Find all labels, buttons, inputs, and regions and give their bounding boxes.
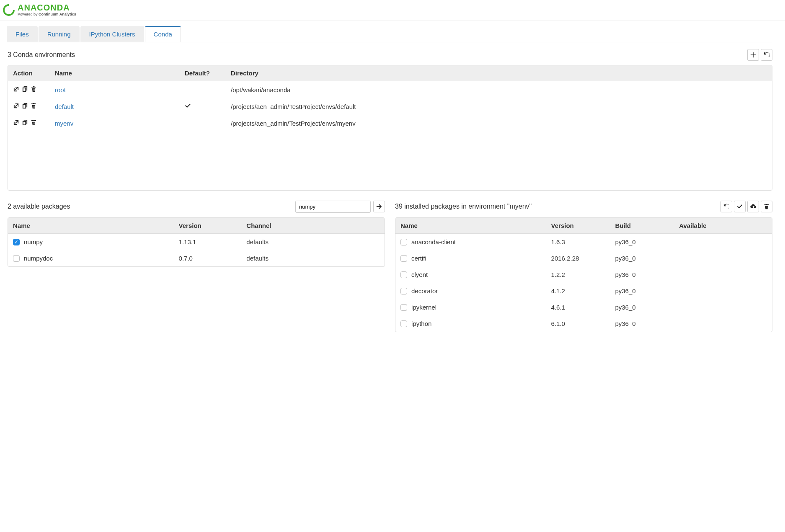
logo-title: ANACONDA — [18, 3, 76, 12]
th-inst-available: Available — [674, 218, 772, 234]
delete-package-button[interactable] — [761, 201, 772, 212]
directory-cell: /projects/aen_admin/TestProject/envs/def… — [226, 98, 772, 115]
package-build: py36_0 — [610, 266, 674, 283]
arrow-right-icon — [376, 204, 382, 209]
anaconda-logo: ANACONDA Powered by Continuum Analytics — [3, 3, 781, 16]
package-checkbox[interactable] — [400, 239, 407, 245]
check-icon — [737, 204, 743, 209]
package-version: 4.6.1 — [546, 299, 610, 315]
trash-icon — [31, 103, 37, 109]
package-name: ipython — [411, 320, 431, 327]
external-link-icon — [13, 103, 19, 109]
package-checkbox[interactable] — [400, 288, 407, 294]
clone-icon — [22, 103, 28, 109]
th-action: Action — [8, 65, 50, 81]
th-pkg-channel: Channel — [241, 218, 385, 234]
tab-running[interactable]: Running — [39, 26, 80, 42]
th-directory: Directory — [226, 65, 772, 81]
tab-ipython-clusters[interactable]: IPython Clusters — [80, 26, 144, 42]
package-name: numpy — [24, 238, 43, 245]
package-checkbox[interactable] — [400, 271, 407, 278]
logo-subtitle: Powered by Continuum Analytics — [18, 13, 76, 16]
add-env-button[interactable] — [747, 49, 759, 61]
svg-point-0 — [4, 5, 14, 15]
external-link-icon — [13, 119, 19, 126]
clone-env-button[interactable] — [22, 86, 28, 93]
clone-icon — [22, 119, 28, 126]
package-checkbox[interactable] — [400, 304, 407, 311]
package-build: py36_0 — [610, 299, 674, 315]
env-table-panel: Action Name Default? Directory root/opt/… — [8, 65, 772, 191]
package-version: 1.13.1 — [174, 234, 242, 251]
clone-env-button[interactable] — [22, 103, 28, 110]
package-build: py36_0 — [610, 234, 674, 251]
check-icon — [185, 103, 191, 109]
tab-conda[interactable]: Conda — [145, 26, 181, 42]
package-checkbox[interactable] — [400, 255, 407, 262]
package-build: py36_0 — [610, 283, 674, 299]
package-channel: defaults — [241, 250, 385, 266]
installed-table: Name Version Build Available anaconda-cl… — [395, 218, 772, 332]
installed-title: 39 installed packages in environment "my… — [395, 203, 532, 210]
open-env-button[interactable] — [13, 119, 19, 127]
check-updates-button[interactable] — [734, 201, 746, 212]
env-name-link[interactable]: root — [55, 86, 66, 93]
refresh-installed-button[interactable] — [720, 201, 732, 212]
delete-env-button[interactable] — [31, 86, 37, 93]
package-version: 4.1.2 — [546, 283, 610, 299]
header: ANACONDA Powered by Continuum Analytics — [0, 0, 785, 21]
env-name-link[interactable]: default — [55, 103, 74, 110]
package-name: ipykernel — [411, 304, 436, 311]
th-default: Default? — [180, 65, 226, 81]
cloud-upload-icon — [750, 204, 756, 209]
package-build: py36_0 — [610, 250, 674, 266]
table-row: ipython6.1.0py36_0 — [395, 315, 772, 332]
open-env-button[interactable] — [13, 86, 19, 93]
external-link-icon — [13, 86, 19, 92]
th-inst-name: Name — [395, 218, 546, 234]
package-name: numpydoc — [24, 255, 53, 262]
table-row: numpydoc0.7.0defaults — [8, 250, 385, 266]
package-version: 6.1.0 — [546, 315, 610, 332]
upload-button[interactable] — [747, 201, 759, 212]
tabs: FilesRunningIPython ClustersConda — [7, 26, 772, 42]
th-inst-build: Build — [610, 218, 674, 234]
table-row: default/projects/aen_admin/TestProject/e… — [8, 98, 772, 115]
delete-env-button[interactable] — [31, 119, 37, 127]
th-pkg-version: Version — [174, 218, 242, 234]
table-row: decorator4.1.2py36_0 — [395, 283, 772, 299]
delete-env-button[interactable] — [31, 103, 37, 110]
installed-table-panel: Name Version Build Available anaconda-cl… — [395, 217, 772, 332]
clone-icon — [22, 86, 28, 92]
package-name: decorator — [411, 287, 438, 294]
refresh-envs-button[interactable] — [761, 49, 772, 61]
tab-files[interactable]: Files — [7, 26, 38, 42]
package-available — [674, 283, 772, 299]
open-env-button[interactable] — [13, 103, 19, 110]
table-row: anaconda-client1.6.3py36_0 — [395, 234, 772, 251]
env-name-link[interactable]: myenv — [55, 120, 73, 127]
default-cell — [180, 98, 226, 115]
package-available — [674, 266, 772, 283]
package-available — [674, 234, 772, 251]
table-row: myenv/projects/aen_admin/TestProject/env… — [8, 115, 772, 132]
package-checkbox[interactable] — [13, 255, 20, 262]
package-version: 2016.2.28 — [546, 250, 610, 266]
package-checkbox[interactable] — [13, 239, 20, 245]
logo-subtitle-bold: Continuum Analytics — [39, 12, 76, 16]
logo-subtitle-prefix: Powered by — [18, 12, 39, 16]
package-available — [674, 315, 772, 332]
refresh-icon — [764, 52, 770, 58]
default-cell — [180, 115, 226, 132]
available-title: 2 available packages — [8, 203, 70, 210]
env-section-title: 3 Conda environments — [8, 51, 75, 59]
default-cell — [180, 81, 226, 98]
table-row: certifi2016.2.28py36_0 — [395, 250, 772, 266]
search-submit-button[interactable] — [373, 201, 385, 212]
trash-icon — [31, 119, 37, 126]
th-inst-version: Version — [546, 218, 610, 234]
table-row: clyent1.2.2py36_0 — [395, 266, 772, 283]
search-input[interactable] — [295, 201, 371, 213]
package-checkbox[interactable] — [400, 320, 407, 327]
clone-env-button[interactable] — [22, 119, 28, 127]
